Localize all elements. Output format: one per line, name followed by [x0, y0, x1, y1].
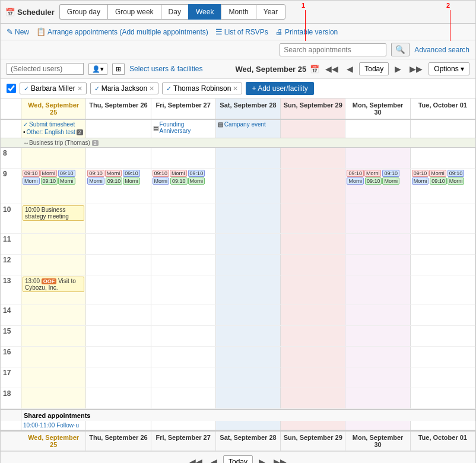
- mon-17: [345, 367, 410, 388]
- shared-thu-event: [86, 421, 151, 430]
- rsvp-button[interactable]: ☰ List of RSVPs: [215, 27, 268, 36]
- bottom-next-btn[interactable]: ▶: [256, 456, 268, 463]
- cybozu-visit-event[interactable]: 13:00 OOF Visit to Cybozu, Inc.: [23, 277, 84, 292]
- hour-16-label: 16: [1, 347, 21, 367]
- thomas-close[interactable]: ✕: [233, 85, 238, 93]
- search-input[interactable]: [280, 43, 386, 56]
- allday-sun: [281, 120, 345, 138]
- allday-wed: ✓ Submit timesheet • Other: English test…: [21, 120, 86, 138]
- tue-9-label-1: Morni: [429, 170, 446, 177]
- bottom-mon: Mon, September 30: [345, 432, 410, 451]
- wed-16: [21, 347, 86, 367]
- search-button[interactable]: 🔍: [391, 43, 410, 56]
- sat-18: [216, 388, 281, 408]
- barbara-close[interactable]: ✕: [77, 85, 82, 93]
- grid-icon-btn[interactable]: ⊞: [112, 64, 125, 75]
- thu-9-time-2: 09:10: [123, 170, 140, 177]
- today-button[interactable]: Today: [359, 62, 389, 75]
- english-test-link[interactable]: Other: English test: [27, 129, 75, 135]
- thu-16: [86, 347, 151, 367]
- printable-button[interactable]: 🖨 Printable version: [275, 27, 338, 36]
- shared-sat-event: [216, 421, 281, 430]
- select-facilities-link[interactable]: Select users & facilities: [129, 65, 202, 73]
- hour-10-label: 10: [1, 204, 21, 233]
- business-trip-link[interactable]: ↔Business trip (Thomas): [23, 139, 90, 146]
- header-wed: Wed, September 25: [21, 99, 86, 119]
- bottom-last-btn[interactable]: ▶▶: [271, 456, 289, 463]
- nav-week[interactable]: Week: [188, 4, 221, 20]
- wed-9-time-1: 09:10: [23, 170, 40, 177]
- nav-day[interactable]: Day: [161, 4, 188, 20]
- advanced-search-link[interactable]: Advanced search: [414, 46, 469, 54]
- wed-9-label-1: Morni: [40, 170, 58, 177]
- trip-tue: [411, 138, 475, 147]
- sat-10: [216, 204, 281, 233]
- thu-13: [86, 275, 151, 305]
- campany-link[interactable]: Campany event: [224, 121, 266, 128]
- first-page-btn[interactable]: ◀◀: [323, 63, 341, 75]
- shared-fri-event: [151, 421, 216, 430]
- header-fri: Fri, September 27: [151, 99, 216, 119]
- header-sat: Sat, September 28: [216, 99, 281, 119]
- maria-close[interactable]: ✕: [149, 85, 154, 93]
- fri-8: [151, 148, 216, 168]
- mon-15: [345, 326, 410, 346]
- nav-group-week[interactable]: Group week: [107, 4, 161, 20]
- allday-mon: [345, 120, 410, 138]
- tue-14: [411, 305, 475, 325]
- thu-9-label-1: Morni: [105, 170, 122, 177]
- user-icon-btn[interactable]: 👤▾: [88, 64, 107, 75]
- fri-9-label-1: Morni: [170, 170, 187, 177]
- arrange-button[interactable]: 📋 Arrange appointments (Add multiple app…: [36, 27, 208, 36]
- last-page-btn[interactable]: ▶▶: [407, 63, 425, 75]
- sun-17: [281, 367, 345, 388]
- add-user-button[interactable]: + Add user/facility: [246, 82, 313, 95]
- nav-group-day[interactable]: Group day: [59, 4, 107, 20]
- sat-16: [216, 347, 281, 367]
- bottom-prev-btn[interactable]: ◀: [208, 456, 220, 463]
- wed-9-label-3: Morni: [58, 177, 75, 185]
- next-btn[interactable]: ▶: [392, 63, 404, 75]
- trip-badge: 2: [92, 140, 99, 146]
- fri-14: [151, 305, 216, 325]
- bottom-first-btn[interactable]: ◀◀: [187, 456, 205, 463]
- fri-9-time-3: 09:10: [170, 177, 188, 185]
- barbara-name: Barbara Miller: [31, 84, 75, 93]
- wed-9-label-2: Morni: [23, 177, 40, 185]
- nav-year[interactable]: Year: [256, 4, 285, 20]
- sun-13: [281, 275, 345, 305]
- allday-thu: [86, 120, 151, 138]
- wed-12: [21, 255, 86, 275]
- fri-17: [151, 367, 216, 388]
- hour-13-row: 13 13:00 OOF Visit to Cybozu, Inc.: [1, 275, 475, 305]
- nav-month[interactable]: Month: [221, 4, 255, 20]
- thomas-check: ✓: [166, 85, 172, 93]
- options-button[interactable]: Options ▾: [429, 62, 469, 75]
- calendar-icon[interactable]: 📅: [310, 65, 319, 74]
- shared-sun-event: [281, 421, 345, 430]
- selected-users-box[interactable]: (Selected users): [7, 63, 84, 75]
- sun-11: [281, 234, 345, 254]
- bottom-sat: Sat, September 28: [216, 432, 281, 451]
- sat-11: [216, 234, 281, 254]
- sun-14: [281, 305, 345, 325]
- founding-link[interactable]: Founding Anniversary: [160, 121, 214, 134]
- hour-17-row: 17: [1, 367, 475, 388]
- thu-14: [86, 305, 151, 325]
- fri-15: [151, 326, 216, 346]
- fri-9-time-2: 09:10: [188, 170, 205, 177]
- prev-btn[interactable]: ◀: [344, 63, 356, 75]
- biz-strategy-event[interactable]: 10:00 Business strategy meeting: [23, 205, 84, 221]
- arrange-label: Arrange appointments (Add multiple appoi…: [47, 28, 208, 36]
- header-thu: Thu, September 26: [86, 99, 151, 119]
- check-all[interactable]: [7, 84, 16, 93]
- fri-12: [151, 255, 216, 275]
- tue-10: [411, 204, 475, 233]
- wed-15: [21, 326, 86, 346]
- bottom-today-button[interactable]: Today: [223, 455, 253, 463]
- new-button[interactable]: ✎ New: [7, 27, 29, 36]
- submit-timesheet-link[interactable]: Submit timesheet: [29, 121, 75, 128]
- user-tag-barbara: ✓ Barbara Miller ✕: [20, 83, 87, 94]
- shared-follow-up-link[interactable]: 10:00-11:00 Follow-u: [23, 422, 79, 429]
- thu-9-time-1: 09:10: [87, 170, 104, 177]
